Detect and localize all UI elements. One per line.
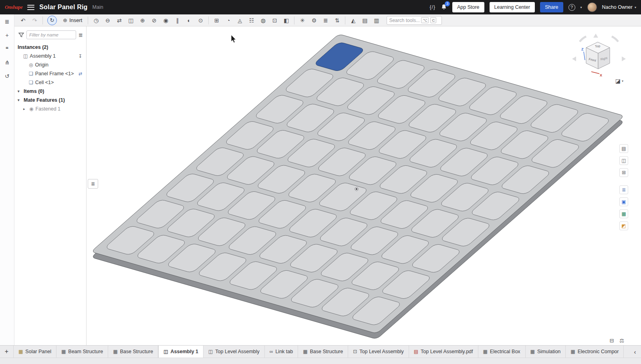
user-avatar[interactable] xyxy=(587,2,597,12)
linear-pattern-icon[interactable]: ☷ xyxy=(246,16,257,25)
instances-panel-icon[interactable]: ≣ xyxy=(3,17,12,26)
part-studio-icon: ▦ xyxy=(113,349,117,354)
list-view-icon[interactable]: ≣ xyxy=(79,32,83,38)
3d-viewport[interactable]: ≣ ◪ ▾ ▤◫⊞≣▣▦◩ ⊟ ⚖ xyxy=(87,26,641,345)
tangent-mate-icon[interactable]: ◐ xyxy=(183,16,194,25)
tree-item-label: Instances (2) xyxy=(18,44,48,50)
top-bar: Onshape Solar Panel Rig Main {/} 3 App S… xyxy=(0,0,641,14)
document-tab[interactable]: ▦Base Structure xyxy=(298,346,348,358)
insert-button[interactable]: ⊕ Insert xyxy=(60,17,85,23)
filter-row: ≣ xyxy=(14,26,86,42)
interference-detection-icon[interactable]: ▥ xyxy=(371,16,382,25)
tree-item[interactable]: ❏Cell <1> xyxy=(14,78,86,87)
measure-icon[interactable]: ⚖ xyxy=(619,338,624,344)
chevron-right-icon[interactable]: ▸ xyxy=(23,107,27,111)
document-tab[interactable]: ◫Top Level Assembly xyxy=(204,346,265,358)
revolute-mate-icon[interactable]: ⊖ xyxy=(102,16,113,25)
history-panel-icon[interactable]: ↺ xyxy=(3,72,12,80)
undo-icon[interactable]: ↶ xyxy=(18,16,28,25)
document-tab[interactable]: ▦Base Structure xyxy=(108,346,158,358)
branch-name[interactable]: Main xyxy=(93,4,103,10)
tab-scroll-left-button[interactable]: ‹ xyxy=(629,346,641,358)
slider-mate-icon[interactable]: ⇄ xyxy=(114,16,125,25)
document-tab[interactable]: ∞Link tab xyxy=(265,346,298,358)
search-tools-input[interactable] xyxy=(389,18,419,23)
tree-item[interactable]: ❏Panel Frame <1>⇄ xyxy=(14,69,86,78)
filter-by-name-input[interactable] xyxy=(26,30,76,39)
rack-pinion-icon[interactable]: ≣ xyxy=(320,16,331,25)
tree-item[interactable]: Instances (2) xyxy=(14,43,86,52)
new-tab-button[interactable]: + xyxy=(0,346,14,358)
chevron-down-icon[interactable]: ▾ xyxy=(18,89,22,93)
named-positions-icon[interactable]: ◔ xyxy=(223,16,234,25)
document-tab[interactable]: ▦Simulation xyxy=(526,346,566,358)
mate-icon[interactable]: ◷ xyxy=(91,16,101,25)
configurations-icon[interactable]: ⚙ xyxy=(308,16,319,25)
hamburger-menu-icon[interactable] xyxy=(27,5,34,10)
document-tab[interactable]: ▦Electronic Compor xyxy=(566,346,624,358)
exploded-view-icon[interactable]: ◭ xyxy=(348,16,359,25)
assembly-icon: ◫ xyxy=(163,349,168,354)
tree-item-label: Fastened 1 xyxy=(35,106,60,112)
mate-connector-icon[interactable]: ⊙ xyxy=(195,16,206,25)
tree-item[interactable]: ◎Origin xyxy=(14,60,86,69)
insert-tool-icon[interactable]: + xyxy=(3,31,12,40)
shortcut-key-option: ⌥ xyxy=(421,17,429,23)
parallel-mate-icon[interactable]: ∥ xyxy=(172,16,183,25)
snap-mode-icon[interactable]: ◬ xyxy=(234,16,245,25)
comments-panel-icon[interactable]: ❝ xyxy=(3,44,12,53)
custom-table-flyout-icon[interactable]: ⊞ xyxy=(619,168,628,177)
learning-center-button[interactable]: Learning Center xyxy=(490,2,535,12)
chevron-down-icon[interactable]: ▾ xyxy=(18,98,22,102)
assembly-tree: Instances (2)◫Assembly 1↧◎Origin❏Panel F… xyxy=(14,42,86,113)
bom-flyout-icon[interactable]: ▤ xyxy=(619,144,628,153)
help-icon[interactable]: ? xyxy=(568,4,575,11)
active-tool-icon[interactable]: ↻ xyxy=(47,16,57,25)
user-menu[interactable]: Nacho Owner ▾ xyxy=(602,4,636,10)
replicate-icon[interactable]: ⊡ xyxy=(269,16,280,25)
document-tab[interactable]: ⊡Top Level Assembly xyxy=(348,346,409,358)
tab-label: Electrical Box xyxy=(490,349,520,354)
tree-item[interactable]: ▾Items (0) xyxy=(14,87,86,96)
group-icon[interactable]: ⊞ xyxy=(211,16,222,25)
selection-flyout-icon[interactable]: ▣ xyxy=(619,197,628,206)
print-icon[interactable]: ⊟ xyxy=(609,338,614,344)
connected-apps-flyout-icon[interactable]: ◩ xyxy=(619,221,628,230)
bill-of-materials-icon[interactable]: ▤ xyxy=(359,16,370,25)
dev-api-icon[interactable]: {/} xyxy=(430,4,435,10)
assembly-tree-flyout-button[interactable]: ≣ xyxy=(88,179,98,189)
viewport-bottom-icons: ⊟ ⚖ xyxy=(609,338,624,344)
named-views-flyout-icon[interactable]: ≣ xyxy=(619,185,628,194)
share-button[interactable]: Share xyxy=(540,2,563,12)
versions-panel-icon[interactable]: ⋔ xyxy=(3,58,12,67)
notifications-bell-icon[interactable]: 3 xyxy=(441,4,447,11)
search-tools-box[interactable]: ⌥ C xyxy=(387,16,442,25)
section-view-icon[interactable]: ◧ xyxy=(281,16,292,25)
cylindrical-mate-icon[interactable]: ⊕ xyxy=(137,16,148,25)
planar-mate-icon[interactable]: ◫ xyxy=(125,16,136,25)
tree-item[interactable]: ▸◉Fastened 1 xyxy=(14,105,86,113)
transform-icon[interactable]: ⇅ xyxy=(332,16,343,25)
ball-mate-icon[interactable]: ◉ xyxy=(160,16,171,25)
document-tab[interactable]: ▦Beam Structure xyxy=(56,346,108,358)
app-store-button[interactable]: App Store xyxy=(452,2,484,12)
in-context-icon[interactable]: ⇄ xyxy=(79,71,82,76)
document-tab[interactable]: ◫Assembly 1 xyxy=(158,346,204,358)
view-options-button[interactable]: ◪ ▾ xyxy=(615,78,623,84)
insert-icon: ⊕ xyxy=(63,17,67,23)
redo-icon[interactable]: ↷ xyxy=(29,16,40,25)
document-tab[interactable]: ▤Top Level Assembly.pdf xyxy=(409,346,478,358)
display-states-flyout-icon[interactable]: ▦ xyxy=(619,209,628,218)
caret-down-icon: ▾ xyxy=(622,79,623,83)
document-title: Solar Panel Rig xyxy=(39,4,87,11)
tree-item[interactable]: ◫Assembly 1↧ xyxy=(14,52,86,60)
insert-instance-icon[interactable]: ↧ xyxy=(79,54,82,59)
tree-item-label: Mate Features (1) xyxy=(24,97,65,103)
appearance-icon[interactable]: ✳ xyxy=(297,16,308,25)
document-tab[interactable]: ▦Electrical Box xyxy=(478,346,526,358)
pin-slot-mate-icon[interactable]: ⊘ xyxy=(149,16,159,25)
document-tab[interactable]: ▦Solar Panel xyxy=(14,346,56,358)
circular-pattern-icon[interactable]: ◍ xyxy=(258,16,268,25)
structure-flyout-icon[interactable]: ◫ xyxy=(619,156,628,165)
tree-item[interactable]: ▾Mate Features (1) xyxy=(14,96,86,105)
